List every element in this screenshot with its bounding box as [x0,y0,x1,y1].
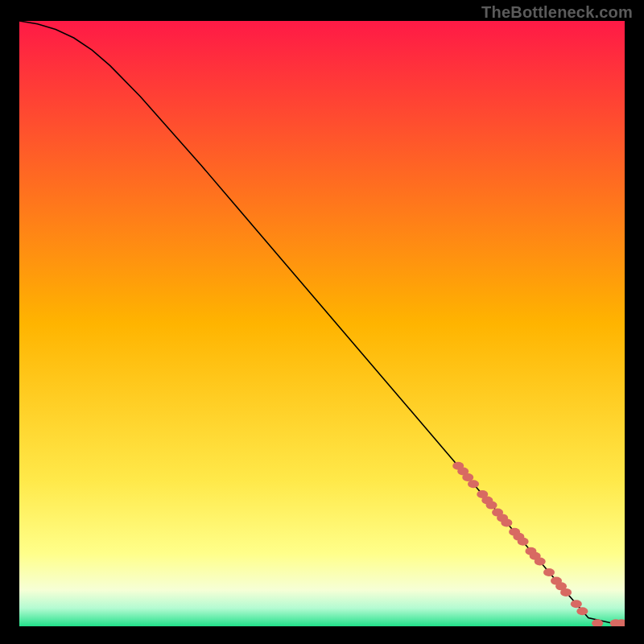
marker-dot [560,588,572,597]
chart-frame: TheBottleneck.com [0,0,644,644]
marker-dot [501,518,512,526]
marker-dot [486,502,497,510]
marker-dot [576,607,588,615]
chart-svg [19,21,625,626]
marker-dot [543,568,555,576]
marker-dot [518,538,529,546]
plot-area [19,21,625,626]
marker-dot [571,600,582,608]
watermark-text: TheBottleneck.com [481,3,633,22]
marker-dot [535,558,546,566]
marker-dot [468,480,479,488]
gradient-background [19,21,625,626]
